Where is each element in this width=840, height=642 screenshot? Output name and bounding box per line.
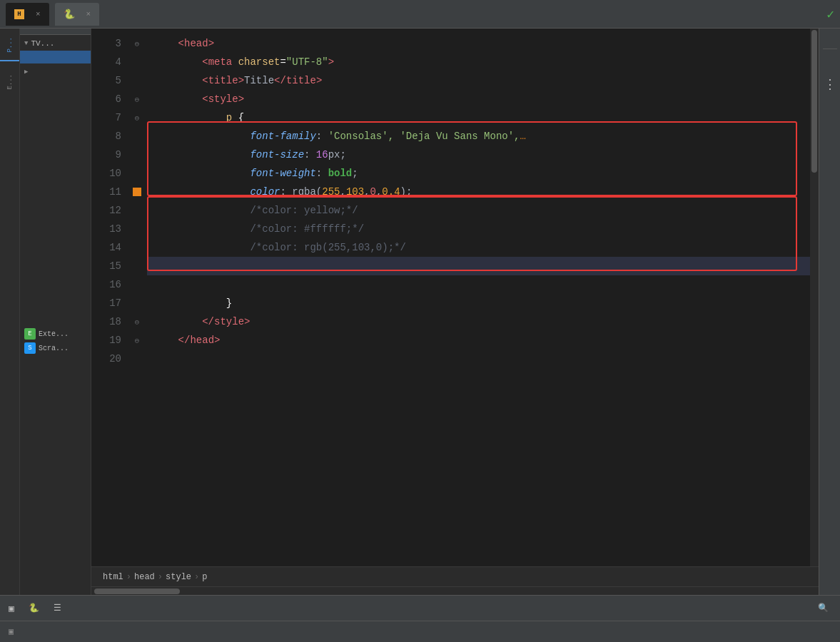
project-item-2[interactable]: ▶ <box>20 66 91 77</box>
tab-html-close[interactable]: × <box>36 10 41 19</box>
title-bar: H × 🐍 × ✓ <box>0 0 840 29</box>
l11-rgba: rgba( <box>292 186 322 198</box>
gutter-15 <box>127 257 147 275</box>
html-icon: H <box>14 9 24 19</box>
l10-colon: : <box>316 168 322 179</box>
tree-arrow2-icon: ▶ <box>24 68 28 76</box>
l9-num: 16 <box>316 149 328 160</box>
python-icon: 🐍 <box>29 603 39 613</box>
code-content[interactable]: <head> <meta charset="UTF-8"> <title>Tit… <box>147 29 810 566</box>
breadcrumb-p[interactable]: p <box>202 572 207 582</box>
l4-utf8: "UTF-8" <box>286 56 328 68</box>
gutter-12 <box>127 201 147 220</box>
tab-py-close[interactable]: × <box>86 10 91 19</box>
breadcrumb-html[interactable]: html <box>103 572 123 582</box>
tab-html[interactable]: H × <box>6 3 49 26</box>
gutter-13 <box>127 220 147 238</box>
l10-semi: ; <box>352 168 358 179</box>
activity-bar: P... E... <box>0 29 20 595</box>
l10-prop: font-weight <box>250 168 315 179</box>
l18-open: </ <box>202 316 214 327</box>
l5-close-bracket: > <box>238 75 244 86</box>
code-line-6: <style> <box>147 90 810 108</box>
l11-space <box>286 186 292 198</box>
event-log-btn[interactable]: 🔍 <box>818 603 831 613</box>
code-line-20 <box>147 350 810 368</box>
l13-comment: /*color: #ffffff;*/ <box>250 223 364 235</box>
l10-bold: bold <box>328 168 353 179</box>
code-line-12: /*color: yellow;*/ <box>147 201 810 220</box>
todo-btn[interactable]: ☰ <box>54 603 64 613</box>
tag-close: > <box>208 38 214 49</box>
l18-close: > <box>244 316 250 327</box>
l11-c2: , <box>364 186 370 198</box>
l11-255: 255 <box>322 186 340 198</box>
horizontal-thumb[interactable] <box>94 588 180 594</box>
tab-py[interactable]: 🐍 × <box>55 3 100 26</box>
tree-arrow-icon: ▼ <box>24 40 28 47</box>
gutter-18: ⊖ <box>127 312 147 331</box>
code-line-7: p { <box>147 108 810 127</box>
code-line-19: </head> <box>147 331 810 350</box>
l12-comment: /*color: yellow;*/ <box>250 205 358 216</box>
terminal-small-icon: ▣ <box>9 626 14 637</box>
scr-item[interactable]: S Scra... <box>20 341 91 355</box>
project-bottom-items: E Exte... S Scra... <box>20 327 91 355</box>
gutter-3: ⊖ <box>127 34 147 53</box>
ext-tab-label[interactable]: E... <box>6 68 14 96</box>
project-tab[interactable]: P... <box>6 31 14 58</box>
breadcrumb-sep-3: › <box>194 572 199 582</box>
code-line-8: font-family: 'Consolas', 'Deja Vu Sans M… <box>147 127 810 146</box>
project-panel: ▼ TV... ▶ E Exte... S Scra... <box>20 29 91 595</box>
tag-head: head <box>184 38 208 49</box>
breadcrumb-sep-2: › <box>158 572 163 582</box>
code-line-3: <head> <box>147 34 810 53</box>
l8-prop: font-family <box>250 131 315 142</box>
terminal-btn[interactable]: ▣ <box>9 603 17 614</box>
l6-style: style <box>208 93 238 105</box>
code-line-15[interactable] <box>147 257 810 275</box>
python-console-btn[interactable]: 🐍 <box>29 603 42 613</box>
code-line-5: <title>Title</title> <box>147 71 810 90</box>
tag-open: < <box>178 38 184 49</box>
scrollbar-thumb[interactable] <box>811 30 817 173</box>
l19-head: head <box>190 335 214 346</box>
breadcrumb-sep-1: › <box>126 572 131 582</box>
bottom-toolbar: ▣ 🐍 ☰ 🔍 <box>0 595 840 621</box>
breadcrumb-style[interactable]: style <box>166 572 191 582</box>
breadcrumb-head[interactable]: head <box>134 572 155 582</box>
l19-close: > <box>214 335 220 346</box>
project-selected-item[interactable] <box>20 51 91 63</box>
code-editor[interactable]: 3 4 5 6 7 8 9 10 11 12 13 14 15 16 17 18… <box>91 29 819 566</box>
l5-open: < <box>202 75 208 86</box>
terminal-icon: ▣ <box>9 603 14 614</box>
l18-style: style <box>214 316 244 327</box>
right-dots-icon[interactable]: ⋮ <box>824 72 836 96</box>
project-root[interactable]: ▼ TV... <box>20 38 91 49</box>
scr-icon: S <box>24 342 36 354</box>
l17-brace: } <box>226 297 232 309</box>
l14-comment: /*color: rgb(255,103,0);*/ <box>250 242 405 253</box>
l4-meta: meta <box>208 56 233 68</box>
l5-title-text: Title <box>244 75 274 86</box>
gutter-8 <box>127 127 147 146</box>
l19-open: </ <box>178 335 191 346</box>
scrollbar-track[interactable] <box>810 29 819 566</box>
l9-semi: ; <box>340 149 345 160</box>
l8-colon: : <box>316 131 322 142</box>
main-layout: P... E... ▼ TV... ▶ E <box>0 29 840 595</box>
project-header <box>20 29 91 35</box>
l9-prop: font-size <box>250 149 304 160</box>
project-name: TV... <box>31 39 54 48</box>
gutter-6: ⊖ <box>127 90 147 108</box>
code-line-17: } <box>147 294 810 312</box>
gutter-4 <box>127 53 147 71</box>
ext-item[interactable]: E Exte... <box>20 327 91 341</box>
gutter-16 <box>127 275 147 294</box>
ext-icon: E <box>24 328 36 340</box>
horizontal-scrollbar[interactable] <box>91 586 819 595</box>
code-line-16 <box>147 275 810 294</box>
gutter-11[interactable] <box>127 183 147 201</box>
code-line-14: /*color: rgb(255,103,0);*/ <box>147 238 810 257</box>
breakpoint-icon[interactable] <box>133 188 141 196</box>
